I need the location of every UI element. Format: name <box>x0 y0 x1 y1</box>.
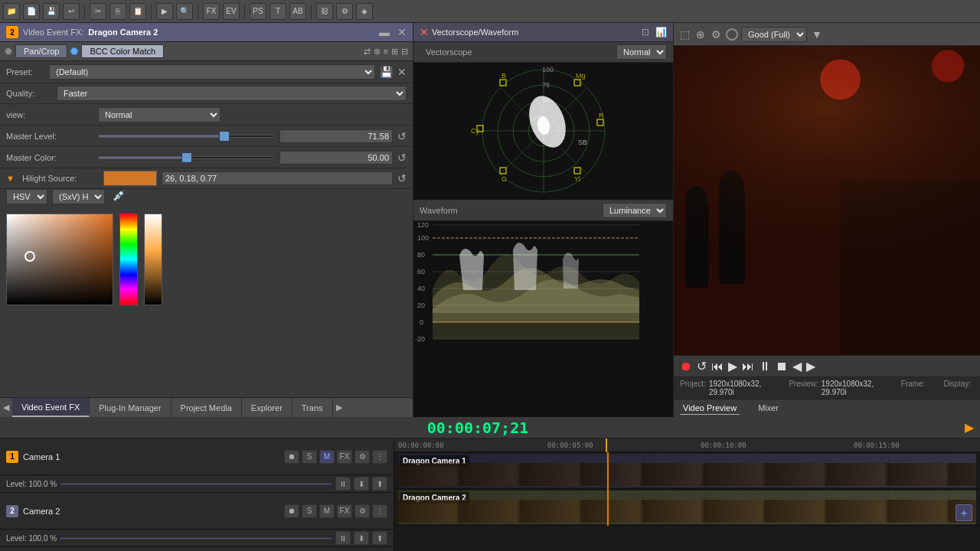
fastforward-button[interactable]: ⏭ <box>742 360 754 373</box>
track-2-up-btn[interactable]: ⬆ <box>372 531 387 545</box>
hilight-collapse-icon[interactable]: ▼ <box>6 174 15 183</box>
toolbar-icon-event[interactable]: EV <box>223 3 240 20</box>
track-1-clip-main[interactable]: Dragon Camera 1 <box>398 454 976 487</box>
pause-button[interactable]: ⏸ <box>759 360 771 373</box>
tab-bcc-color-match[interactable]: BCC Color Match <box>81 44 164 58</box>
play-button[interactable]: ▶ <box>728 359 737 373</box>
track-2-solo-btn[interactable]: S <box>302 504 317 518</box>
preview-quality-select[interactable]: Good (Full) <box>741 27 807 42</box>
toolbar-icon-misc[interactable]: ◈ <box>356 3 373 20</box>
toolbar-icon-zoom[interactable]: 🔍 <box>176 3 193 20</box>
bottom-tab-trans[interactable]: Trans <box>292 398 333 417</box>
track-2-pause-btn[interactable]: ⏸ <box>335 531 351 545</box>
preview-footer-tab-video[interactable]: Video Preview <box>680 402 740 415</box>
toolbar-icon-fx2[interactable]: ⚙ <box>336 3 353 20</box>
toolbar-icon-folder[interactable]: 📁 <box>3 3 20 20</box>
preset-save-icon[interactable]: 💾 <box>380 66 393 78</box>
track-1-level-track[interactable] <box>60 483 332 485</box>
hilight-color-swatch[interactable] <box>103 171 157 186</box>
record-button[interactable]: ⏺ <box>680 360 692 373</box>
tab-icon-grid1[interactable]: ⊞ <box>391 47 398 57</box>
track-1-up-btn[interactable]: ⬆ <box>372 477 387 491</box>
hilight-source-reset[interactable]: ↺ <box>397 172 407 184</box>
master-level-slider-track[interactable] <box>98 135 275 138</box>
toolbar-icon-new[interactable]: 📄 <box>23 3 40 20</box>
tab-pan-crop[interactable]: Pan/Crop <box>15 44 67 58</box>
toolbar-icon-save[interactable]: 💾 <box>43 3 60 20</box>
preview-footer-tab-mixer[interactable]: Mixer <box>755 402 782 415</box>
timeline-tracks[interactable]: 00:00:00:00 00:00:05:00 00:00:10:00 00:0… <box>394 439 980 551</box>
hilight-source-value[interactable] <box>162 171 393 185</box>
master-level-thumb[interactable] <box>219 131 230 142</box>
track-1-pause-btn[interactable]: ⏸ <box>335 477 351 491</box>
scope-icon-chart[interactable]: 📊 <box>655 27 667 37</box>
master-level-value[interactable] <box>279 129 393 143</box>
track-2-level-track[interactable] <box>60 537 332 540</box>
track-2-fx-btn[interactable]: FX <box>337 504 352 518</box>
track-1-solo-btn[interactable]: S <box>302 450 317 464</box>
color-square[interactable] <box>6 214 113 305</box>
track-1-more-btn[interactable]: ⋮ <box>372 450 387 464</box>
waveform-mode-select[interactable]: Luminance <box>603 203 667 218</box>
scope-close-icon[interactable]: ✕ <box>420 26 429 38</box>
frame-back-button[interactable]: ◀ <box>792 359 802 373</box>
vfx-minimize-icon[interactable]: ▬ <box>379 26 390 38</box>
master-color-slider-track[interactable] <box>98 156 275 159</box>
master-color-thumb[interactable] <box>181 152 192 163</box>
master-color-value[interactable] <box>279 151 393 165</box>
fx-content[interactable]: Quality: Faster view: Normal Split A/B <box>0 83 413 397</box>
track-2-down-btn[interactable]: ⬇ <box>354 531 369 545</box>
track-1-mute-btn[interactable]: M <box>319 450 335 464</box>
preset-select[interactable]: (Default) <box>49 64 375 80</box>
add-clip-button[interactable]: + <box>956 504 972 521</box>
vfx-close-icon[interactable]: ✕ <box>397 26 407 38</box>
hue-bar[interactable] <box>119 214 138 305</box>
master-color-reset[interactable]: ↺ <box>397 152 407 164</box>
lightness-bar[interactable] <box>144 214 162 305</box>
toolbar-icon-t[interactable]: T <box>270 3 286 20</box>
loop-button[interactable]: ↺ <box>697 359 707 373</box>
eyedropper-icon[interactable]: 💉 <box>113 189 126 204</box>
track-1-down-btn[interactable]: ⬇ <box>354 477 369 491</box>
tab-icon-settings[interactable]: ≡ <box>384 47 388 57</box>
toolbar-icon-copy[interactable]: ⎘ <box>109 3 126 20</box>
bottom-tab-explorer[interactable]: Explorer <box>242 398 292 417</box>
rewind-button[interactable]: ⏮ <box>711 360 724 373</box>
color-channel-select[interactable]: (SxV) H (SxV) S (SxV) V <box>52 189 105 204</box>
preview-icon-select[interactable]: ⬚ <box>680 28 690 41</box>
vectorscope-mode-select[interactable]: Normal <box>616 44 667 60</box>
bottom-tab-plugin-manager[interactable]: Plug-In Manager <box>90 398 171 417</box>
scope-icon-export[interactable]: ⊡ <box>642 27 649 37</box>
track-2-pan-btn[interactable]: ⚙ <box>354 504 370 518</box>
toolbar-icon-undo[interactable]: ↩ <box>63 3 80 20</box>
tab-icon-pipe[interactable]: ⇄ <box>364 47 371 57</box>
preset-close-icon[interactable]: ✕ <box>397 66 407 78</box>
track-1-fx-btn[interactable]: FX <box>337 450 352 464</box>
bottom-tab-video-event-fx[interactable]: Video Event FX <box>12 398 90 417</box>
preview-icon-settings[interactable]: ⚙ <box>711 28 721 41</box>
toolbar-icon-render[interactable]: ▶ <box>156 3 173 20</box>
track-1-record-btn[interactable]: ⏺ <box>284 450 299 464</box>
track-2-clip-main[interactable]: Dragon Camera 2 <box>398 491 976 524</box>
track-2-record-btn[interactable]: ⏺ <box>284 504 299 518</box>
master-level-reset[interactable]: ↺ <box>397 130 407 142</box>
bottom-tab-arrow-right[interactable]: ▶ <box>333 403 345 412</box>
color-model-select[interactable]: HSV RGB HSL <box>6 189 47 204</box>
preview-icon-zoom[interactable]: ⊕ <box>696 28 705 41</box>
toolbar-icon-paste[interactable]: 📋 <box>129 3 146 20</box>
quality-select[interactable]: Faster <box>57 86 407 101</box>
tab-icon-bypass[interactable]: ⊗ <box>374 47 381 57</box>
track-1-pan-btn[interactable]: ⚙ <box>354 450 370 464</box>
bottom-tab-project-media[interactable]: Project Media <box>172 398 242 417</box>
tab-icon-grid2[interactable]: ⊟ <box>401 47 408 57</box>
toolbar-icon-ab[interactable]: AB <box>289 3 306 20</box>
preview-icon-arrow[interactable]: ▼ <box>812 28 822 41</box>
toolbar-icon-chain[interactable]: ⛓ <box>316 3 333 20</box>
toolbar-icon-cut[interactable]: ✂ <box>90 3 106 20</box>
toolbar-icon-ps[interactable]: PS <box>250 3 266 20</box>
view-select[interactable]: Normal Split A/B <box>98 107 220 122</box>
bottom-tab-arrow-left[interactable]: ◀ <box>0 403 12 412</box>
track-2-more-btn[interactable]: ⋮ <box>372 504 387 518</box>
toolbar-icon-fx[interactable]: FX <box>203 3 220 20</box>
frame-fwd-button[interactable]: ▶ <box>806 359 815 373</box>
